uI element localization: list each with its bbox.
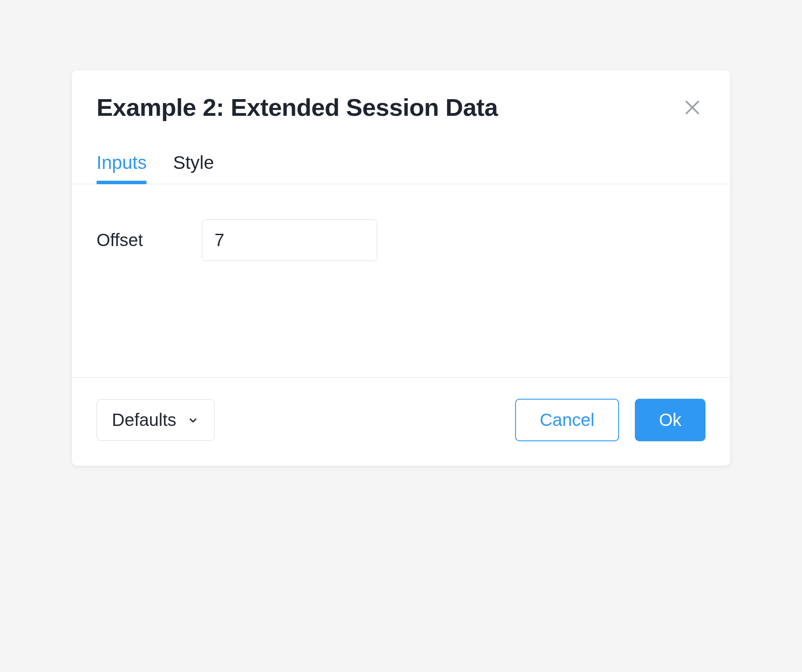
settings-dialog: Example 2: Extended Session Data Inputs … bbox=[72, 70, 730, 466]
tab-style[interactable]: Style bbox=[173, 152, 214, 184]
dialog-body: Offset bbox=[72, 184, 730, 377]
chevron-down-icon bbox=[187, 414, 199, 426]
ok-button[interactable]: Ok bbox=[635, 399, 705, 441]
dialog-footer: Defaults Cancel Ok bbox=[72, 377, 730, 466]
dialog-header: Example 2: Extended Session Data bbox=[72, 70, 730, 135]
tabs: Inputs Style bbox=[72, 135, 730, 184]
close-icon bbox=[683, 98, 702, 117]
offset-label: Offset bbox=[97, 230, 158, 250]
offset-input[interactable] bbox=[202, 219, 377, 261]
dialog-title: Example 2: Extended Session Data bbox=[97, 93, 498, 122]
footer-actions: Cancel Ok bbox=[515, 399, 705, 441]
close-button[interactable] bbox=[679, 94, 705, 121]
offset-row: Offset bbox=[97, 219, 705, 261]
defaults-button-label: Defaults bbox=[112, 410, 176, 430]
cancel-button[interactable]: Cancel bbox=[515, 399, 619, 441]
defaults-button[interactable]: Defaults bbox=[97, 399, 215, 441]
tab-inputs[interactable]: Inputs bbox=[97, 152, 147, 184]
